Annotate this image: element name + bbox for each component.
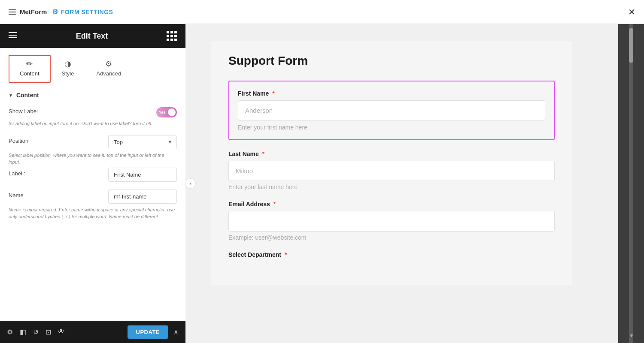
position-inline: Position Top Left ▼ (9, 135, 177, 149)
arrow-icon: ▼ (9, 93, 13, 98)
toggle-value: Yes (159, 110, 166, 114)
top-bar-left: MetForm ⚙ FORM SETTINGS (9, 8, 113, 16)
chevron-up-icon[interactable]: ∧ (173, 328, 179, 336)
gear-icon: ⚙ (52, 8, 58, 16)
label-field-row: Label : (9, 168, 177, 182)
first-name-field-group: First Name * Anderson Enter your first n… (228, 81, 555, 140)
update-button[interactable]: UPDATE (128, 325, 168, 339)
pencil-icon: ✏ (26, 59, 33, 69)
tab-advanced[interactable]: ⚙ Advanced (85, 55, 132, 83)
history-toolbar-icon[interactable]: ↺ (33, 328, 39, 336)
last-name-placeholder: Enter your last name here (228, 184, 555, 190)
position-label: Position (9, 138, 28, 144)
tab-bar: ✏ Content ◑ Style ⚙ Advanced (0, 48, 185, 83)
email-label: Email Address * (228, 201, 555, 208)
last-name-value: Mikoo (236, 167, 253, 175)
tab-content-label: Content (20, 70, 39, 77)
panel-title: Edit Text (76, 32, 108, 41)
last-name-input-box[interactable]: Mikoo (228, 161, 555, 181)
close-button[interactable]: ✕ (628, 7, 635, 17)
department-field-group: Select Department * (228, 251, 555, 262)
form-preview: Support Form First Name * Anderson Enter… (211, 41, 572, 285)
right-panel: ‹ Support Form First Name * Anderson Ent… (185, 24, 618, 343)
bottom-toolbar: ⚙ ◧ ↺ ⊡ 👁 UPDATE ∧ (0, 321, 185, 343)
first-name-required: * (272, 90, 274, 97)
toolbar-right: UPDATE ∧ (128, 325, 179, 339)
tab-style-label: Style (62, 70, 74, 77)
settings-toolbar-icon[interactable]: ⚙ (7, 328, 13, 336)
contrast-icon: ◑ (64, 59, 71, 69)
tab-advanced-label: Advanced (96, 70, 121, 77)
email-placeholder: Example: user@website.com (228, 234, 555, 241)
tab-style[interactable]: ◑ Style (51, 55, 85, 83)
scrollbar-track[interactable]: ▼ (629, 24, 633, 343)
first-name-input-box[interactable]: Anderson (238, 100, 545, 120)
content-section-header: ▼ Content (9, 92, 177, 99)
form-settings-button[interactable]: ⚙ FORM SETTINGS (52, 8, 113, 16)
top-bar: MetForm ⚙ FORM SETTINGS ✕ (0, 0, 644, 24)
department-required: * (285, 251, 287, 258)
name-field-row: Name Name is must required. Enter name w… (9, 190, 177, 220)
panel-body: ▼ Content Show Label Yes for adding labe… (0, 83, 185, 321)
last-name-field-group: Last Name * Mikoo Enter your last name h… (228, 150, 555, 190)
show-label-hint: for adding label on input turn it on. Do… (9, 120, 177, 127)
show-label-toggle-wrapper: Yes (156, 107, 177, 117)
left-panel: Edit Text ✏ Content ◑ Style ⚙ Advanced (0, 24, 185, 343)
position-select-wrapper: Top Left ▼ (108, 135, 177, 149)
label-field-label: Label : (9, 170, 25, 177)
email-field-group: Email Address * Example: user@website.co… (228, 201, 555, 241)
email-input-box[interactable] (228, 211, 555, 232)
name-field-inline: Name (9, 190, 177, 204)
main-content: Edit Text ✏ Content ◑ Style ⚙ Advanced (0, 24, 644, 343)
form-settings-label: FORM SETTINGS (61, 9, 113, 15)
grid-menu-icon[interactable] (167, 31, 177, 41)
scroll-down-arrow[interactable]: ▼ (629, 333, 633, 339)
name-field-hint: Name is must required. Enter name withou… (9, 206, 177, 220)
label-field-inline: Label : (9, 168, 177, 182)
show-label-toggle[interactable]: Yes (156, 107, 177, 117)
eye-toolbar-icon[interactable]: 👁 (58, 328, 65, 336)
position-row: Position Top Left ▼ Select label positio… (9, 135, 177, 166)
tab-content[interactable]: ✏ Content (9, 55, 51, 83)
form-title: Support Form (228, 54, 555, 68)
responsive-toolbar-icon[interactable]: ⊡ (46, 328, 51, 336)
first-name-label: First Name * (238, 90, 545, 97)
name-field-label: Name (9, 192, 24, 199)
last-name-required: * (262, 150, 264, 157)
position-hint: Select label position. where you want to… (9, 152, 177, 166)
first-name-value: Anderson (245, 107, 273, 114)
name-field-input[interactable] (108, 190, 177, 204)
department-label: Select Department * (228, 251, 555, 258)
toolbar-icons: ⚙ ◧ ↺ ⊡ 👁 (7, 328, 65, 336)
dark-sidebar: ▼ (618, 24, 644, 343)
last-name-label: Last Name * (228, 150, 555, 157)
first-name-placeholder: Enter your first name here (238, 124, 545, 131)
scrollbar-thumb[interactable] (629, 28, 633, 63)
panel-hamburger-icon[interactable] (9, 32, 17, 40)
position-select[interactable]: Top Left (108, 135, 177, 149)
show-label-inline: Show Label Yes (9, 107, 177, 117)
app-name: MetForm (20, 8, 47, 15)
section-title: Content (16, 92, 39, 99)
hamburger-icon[interactable] (9, 9, 16, 15)
show-label-row: Show Label Yes for adding label on input… (9, 107, 177, 127)
panel-header: Edit Text (0, 24, 185, 48)
layers-toolbar-icon[interactable]: ◧ (20, 328, 26, 336)
app-logo: MetForm (9, 8, 47, 15)
settings-icon: ⚙ (105, 59, 112, 69)
email-required: * (273, 201, 276, 208)
collapse-panel-button[interactable]: ‹ (185, 178, 196, 189)
show-label-text: Show Label (9, 108, 38, 114)
label-field-input[interactable] (108, 168, 177, 182)
